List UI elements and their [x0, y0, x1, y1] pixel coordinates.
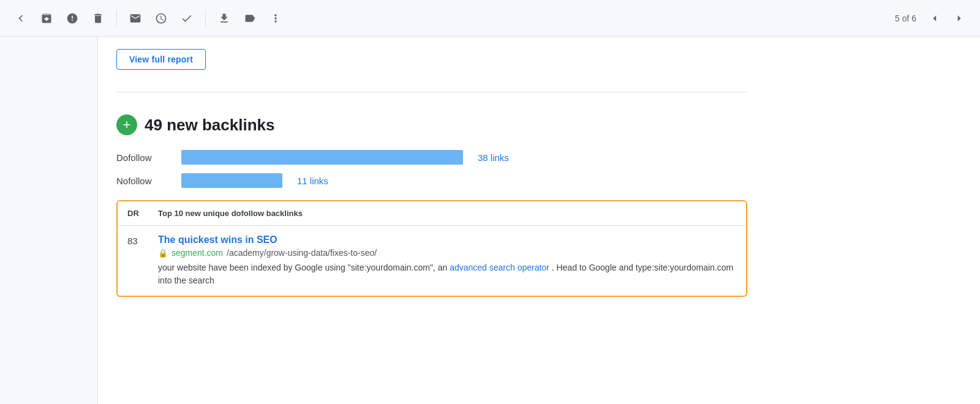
backlinks-count-title: 49 new backlinks [145, 116, 274, 135]
main-layout: View full report + 49 new backlinks Dofo… [0, 37, 980, 404]
view-full-report-button[interactable]: View full report [116, 49, 206, 70]
table-header-row: DR Top 10 new unique dofollow backlinks [118, 201, 746, 226]
backlinks-table: DR Top 10 new unique dofollow backlinks … [116, 200, 747, 297]
pagination-info: 5 of 6 [895, 7, 970, 29]
alert-icon[interactable] [61, 7, 83, 29]
nofollow-value: 11 links [297, 176, 328, 186]
dofollow-bar-row: Dofollow 38 links [116, 150, 747, 165]
nofollow-label: Nofollow [116, 176, 172, 186]
link-domain[interactable]: segment.com [172, 248, 223, 258]
back-arrow-icon[interactable] [10, 7, 32, 29]
nofollow-bar-row: Nofollow 11 links [116, 173, 747, 188]
table-header-dr: DR [127, 209, 158, 218]
nofollow-bar [181, 173, 282, 188]
link-title[interactable]: The quickest wins in SEO [158, 234, 736, 245]
task-add-icon[interactable] [176, 7, 198, 29]
toolbar-divider-1 [116, 10, 117, 27]
archive-icon[interactable] [36, 7, 58, 29]
prev-page-icon[interactable] [924, 7, 946, 29]
backlinks-count: 49 [145, 116, 162, 134]
toolbar-divider-2 [205, 10, 206, 27]
mark-unread-icon[interactable] [124, 7, 146, 29]
sidebar [0, 37, 98, 404]
content-area: View full report + 49 new backlinks Dofo… [98, 37, 980, 404]
dofollow-label: Dofollow [116, 152, 172, 163]
link-content: The quickest wins in SEO 🔒 segment.com /… [158, 234, 736, 287]
table-header-title: Top 10 new unique dofollow backlinks [158, 209, 303, 218]
table-row: 83 The quickest wins in SEO 🔒 segment.co… [118, 226, 746, 296]
dr-value: 83 [127, 234, 158, 287]
section-divider [116, 92, 747, 92]
download-icon[interactable] [213, 7, 235, 29]
link-path: /academy/grow-using-data/fixes-to-seo/ [227, 248, 377, 258]
toolbar: 5 of 6 [0, 0, 980, 37]
backlinks-header: + 49 new backlinks [116, 114, 747, 135]
link-url-row: 🔒 segment.com /academy/grow-using-data/f… [158, 248, 736, 258]
description-text: your website have been indexed by Google… [158, 263, 447, 272]
advanced-search-operator-link[interactable]: advanced search operator [450, 263, 549, 272]
delete-icon[interactable] [87, 7, 109, 29]
link-description: your website have been indexed by Google… [158, 261, 736, 287]
more-options-icon[interactable] [265, 7, 287, 29]
lock-icon: 🔒 [158, 249, 168, 258]
dofollow-bar [181, 150, 463, 165]
snooze-icon[interactable] [150, 7, 172, 29]
backlinks-section: + 49 new backlinks Dofollow 38 links Nof… [116, 102, 747, 303]
backlinks-label: new backlinks [167, 116, 274, 134]
email-body: View full report + 49 new backlinks Dofo… [98, 37, 772, 315]
dofollow-value: 38 links [478, 152, 509, 163]
next-page-icon[interactable] [948, 7, 970, 29]
new-backlinks-plus-icon: + [116, 114, 137, 135]
pagination-label: 5 of 6 [895, 13, 916, 23]
label-icon[interactable] [239, 7, 261, 29]
